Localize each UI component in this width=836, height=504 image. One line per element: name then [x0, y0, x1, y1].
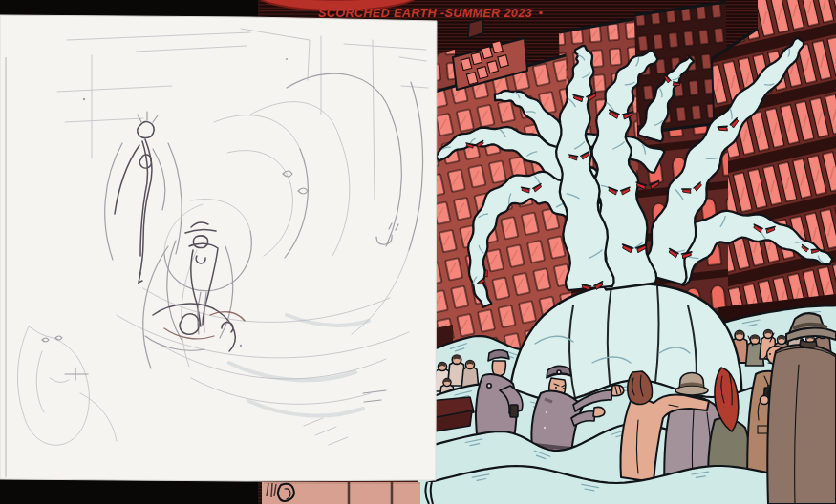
- masthead-text: SCORCHED EARTH -SUMMER 2023: [318, 7, 532, 20]
- comic-page-bottom-edge: [262, 482, 437, 504]
- ear: [278, 484, 294, 501]
- artwork-canvas: SCORCHED EARTH -SUMMER 2023: [0, 0, 836, 504]
- registered-mark-dot: [539, 11, 543, 15]
- pencil-sketch-panel: [0, 15, 437, 481]
- comic-art-comparison: SCORCHED EARTH -SUMMER 2023: [0, 0, 836, 504]
